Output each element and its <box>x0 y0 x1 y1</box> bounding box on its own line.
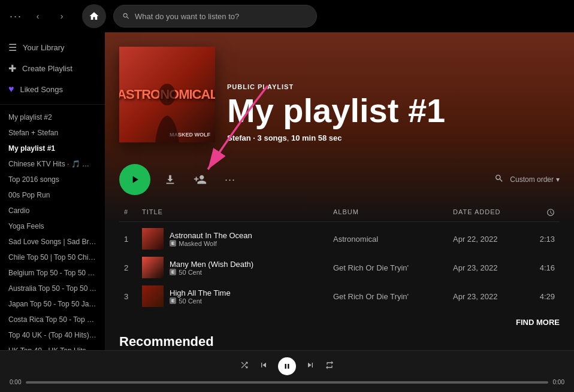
next-icon <box>306 360 315 370</box>
sidebar-playlist-11[interactable]: Belgium Top 50 - Top 50 Bel... <box>0 265 105 281</box>
track-album-2: Get Rich Or Die Tryin' <box>333 263 453 272</box>
custom-order-label: Custom order <box>510 175 554 184</box>
col-date-header: DATE ADDED <box>453 208 525 218</box>
sidebar-playlist-8[interactable]: Yoga Feels <box>0 218 105 234</box>
track-num-3: 3 <box>124 292 142 301</box>
sidebar-item-create-playlist[interactable]: ✚ Create Playlist <box>0 58 105 79</box>
nav-back-button[interactable]: ‹ <box>29 8 46 25</box>
track-num-1: 1 <box>124 235 142 244</box>
track-list: # TITLE ALBUM DATE ADDED 1 Astronaut In … <box>105 205 574 311</box>
pause-button[interactable] <box>278 357 296 375</box>
track-album-3: Get Rich Or Die Tryin' <box>333 292 453 301</box>
sidebar-item-liked-songs[interactable]: ♥ Liked Songs <box>0 79 105 99</box>
sidebar-playlist-13[interactable]: Japan Top 50 - Top 50 Japa... <box>0 296 105 312</box>
duration-clock-icon <box>546 208 555 217</box>
more-dots-icon: ··· <box>225 174 235 186</box>
add-user-button[interactable] <box>190 169 210 190</box>
sidebar-create-playlist-label: Create Playlist <box>22 64 72 73</box>
play-icon <box>129 174 141 186</box>
sidebar-playlist-7[interactable]: Cardio <box>0 203 105 218</box>
play-button[interactable] <box>119 164 150 195</box>
player-bar: 0:00 0:00 <box>0 350 574 392</box>
player-controls <box>10 357 564 375</box>
track-album-1: Astronomical <box>333 235 453 244</box>
sidebar-playlist-16[interactable]: UK Top 40 - UK Top Hits 2022 <box>0 343 105 350</box>
track-duration-1: 2:13 <box>525 235 555 244</box>
content-area: ASTRONOMICAL MASKED WOLF PUBLIC PLAYLIST… <box>105 32 574 350</box>
playlist-creator: Stefan <box>227 133 251 142</box>
nav-forward-button[interactable]: › <box>53 8 70 25</box>
find-more-label: FIND MORE <box>516 318 560 327</box>
liked-songs-icon: ♥ <box>8 84 14 95</box>
progress-track[interactable] <box>26 381 548 384</box>
sidebar-playlist-9[interactable]: Sad Love Songs | Sad Break ... <box>0 234 105 250</box>
custom-order-button[interactable]: Custom order ▾ <box>510 175 560 184</box>
sidebar-playlist-2[interactable]: Stefan + Stefan <box>0 125 105 141</box>
repeat-button[interactable] <box>325 360 334 372</box>
playlist-title: My playlist #1 <box>227 94 560 127</box>
art-figure <box>143 83 191 142</box>
playlist-duration: 10 min 58 sec <box>291 133 342 142</box>
download-icon <box>164 173 177 186</box>
recommended-title: Recommended <box>119 334 560 350</box>
download-button[interactable] <box>160 169 180 190</box>
track-artist-1: E Masked Wolf <box>170 240 252 247</box>
sidebar-playlist-5[interactable]: Top 2016 songs <box>0 172 105 187</box>
track-details-1: Astronaut In The Ocean E Masked Wolf <box>170 231 252 247</box>
search-icon <box>122 12 130 20</box>
hero-section: ASTRONOMICAL MASKED WOLF PUBLIC PLAYLIST… <box>105 32 574 154</box>
pause-icon <box>283 362 291 370</box>
track-date-3: Apr 23, 2022 <box>453 292 525 301</box>
sidebar-playlist-4[interactable]: Chinese KTV Hits · 🎵 🎵... <box>0 156 105 172</box>
playlist-song-count: 3 songs <box>258 133 287 142</box>
col-album-header: ALBUM <box>333 208 453 218</box>
track-num-2: 2 <box>124 263 142 272</box>
sidebar-playlists: My playlist #2Stefan + StefanMy playlist… <box>0 105 105 350</box>
sidebar-library-label: Your Library <box>23 43 65 52</box>
sidebar-item-library[interactable]: ☰ Your Library <box>0 37 105 58</box>
sidebar-playlist-10[interactable]: Chile Top 50 | Top 50 Chile -... <box>0 250 105 265</box>
track-date-2: Apr 23, 2022 <box>453 263 525 272</box>
more-options-button[interactable]: ··· <box>220 169 240 190</box>
playlist-meta: Stefan · 3 songs, 10 min 58 sec <box>227 133 560 142</box>
sidebar-playlist-3[interactable]: My playlist #1 <box>0 141 105 156</box>
topbar: ··· ‹ › <box>0 0 574 32</box>
home-button[interactable] <box>82 4 106 28</box>
search-input[interactable] <box>135 12 308 21</box>
prev-button[interactable] <box>259 360 268 372</box>
explicit-badge: E <box>170 240 176 247</box>
add-user-icon <box>194 173 207 186</box>
col-title-header: TITLE <box>142 208 333 218</box>
sidebar-playlist-15[interactable]: Top 40 UK - (Top 40 Hits) U... <box>0 327 105 343</box>
table-row[interactable]: 1 Astronaut In The Ocean E Masked Wolf A… <box>119 224 560 253</box>
track-info-2: Many Men (Wish Death) E 50 Cent <box>142 257 333 278</box>
recommended-section: Recommended Based on what's in this play… <box>105 334 574 350</box>
sidebar-nav: ☰ Your Library ✚ Create Playlist ♥ Liked… <box>0 32 105 105</box>
explicit-badge: E <box>170 269 176 275</box>
explicit-badge: E <box>170 297 176 304</box>
table-row[interactable]: 2 Many Men (Wish Death) E 50 Cent Get Ri… <box>119 253 560 282</box>
next-button[interactable] <box>306 360 315 372</box>
sidebar-playlist-14[interactable]: Costa Rica Top 50 - Top 50 ... <box>0 312 105 327</box>
playlist-art: ASTRONOMICAL MASKED WOLF <box>119 47 215 142</box>
home-icon <box>89 11 99 22</box>
prev-icon <box>259 360 268 370</box>
sidebar-liked-songs-label: Liked Songs <box>20 85 64 94</box>
track-thumb-3 <box>142 285 164 307</box>
track-duration-2: 4:16 <box>525 263 555 272</box>
sidebar-playlist-1[interactable]: My playlist #2 <box>0 110 105 125</box>
col-duration-header <box>525 208 555 218</box>
find-more[interactable]: FIND MORE <box>105 311 574 334</box>
shuffle-icon <box>240 360 249 370</box>
controls-right: Custom order ▾ <box>494 174 560 186</box>
track-artist-3: E 50 Cent <box>170 297 231 305</box>
dropdown-icon: ▾ <box>556 175 560 184</box>
sidebar-playlist-12[interactable]: Australia Top 50 - Top 50 Au... <box>0 281 105 296</box>
sidebar-playlist-6[interactable]: 00s Pop Run <box>0 187 105 203</box>
track-title-2: Many Men (Wish Death) <box>170 260 253 269</box>
track-title-1: Astronaut In The Ocean <box>170 231 252 240</box>
table-row[interactable]: 3 High All The Time E 50 Cent Get Rich O… <box>119 282 560 311</box>
shuffle-button[interactable] <box>240 360 249 372</box>
track-search-button[interactable] <box>494 174 504 186</box>
track-details-3: High All The Time E 50 Cent <box>170 288 231 305</box>
